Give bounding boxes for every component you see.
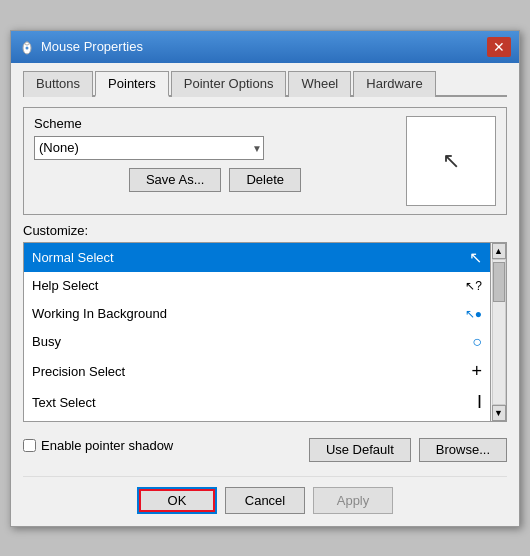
cursor-icon-precision: + bbox=[471, 361, 482, 382]
svg-point-2 bbox=[26, 46, 29, 49]
cursor-item-busy[interactable]: Busy ○ bbox=[24, 328, 490, 356]
scheme-section: Scheme (None) ▼ Save As... Delete ↖ bbox=[23, 107, 507, 215]
scroll-track[interactable] bbox=[492, 259, 506, 405]
tab-bar: Buttons Pointers Pointer Options Wheel H… bbox=[23, 71, 507, 97]
svg-rect-1 bbox=[25, 42, 29, 45]
cursor-item-help-select[interactable]: Help Select ↖? bbox=[24, 272, 490, 300]
cursor-item-normal-select[interactable]: Normal Select ↖ bbox=[24, 243, 490, 272]
cursor-list-scrollbar[interactable]: ▲ ▼ bbox=[491, 242, 507, 422]
cursor-item-label: Help Select bbox=[32, 278, 98, 293]
ok-button[interactable]: OK bbox=[137, 487, 217, 514]
save-as-button[interactable]: Save As... bbox=[129, 168, 222, 192]
cursor-item-label: Text Select bbox=[32, 395, 96, 410]
tab-buttons[interactable]: Buttons bbox=[23, 71, 93, 97]
tab-wheel[interactable]: Wheel bbox=[288, 71, 351, 97]
browse-button[interactable]: Browse... bbox=[419, 438, 507, 462]
cursor-icon-working: ↖● bbox=[465, 307, 482, 321]
enable-shadow-checkbox[interactable] bbox=[23, 439, 36, 452]
title-bar-left: Mouse Properties bbox=[19, 39, 143, 55]
tab-hardware[interactable]: Hardware bbox=[353, 71, 435, 97]
tab-pointer-options[interactable]: Pointer Options bbox=[171, 71, 287, 97]
cursor-item-label: Busy bbox=[32, 334, 61, 349]
scheme-select-wrapper: (None) ▼ bbox=[34, 136, 264, 160]
tab-pointers[interactable]: Pointers bbox=[95, 71, 169, 97]
cursor-list-wrapper: Normal Select ↖ Help Select ↖? Working I… bbox=[23, 242, 507, 422]
close-button[interactable]: ✕ bbox=[487, 37, 511, 57]
cursor-item-label: Precision Select bbox=[32, 364, 125, 379]
window-icon bbox=[19, 39, 35, 55]
scroll-up-button[interactable]: ▲ bbox=[492, 243, 506, 259]
cursor-item-text[interactable]: Text Select I bbox=[24, 387, 490, 418]
cursor-icon-help: ↖? bbox=[465, 279, 482, 293]
apply-button[interactable]: Apply bbox=[313, 487, 393, 514]
scheme-dropdown[interactable]: (None) bbox=[34, 136, 264, 160]
customize-label: Customize: bbox=[23, 223, 507, 238]
scheme-left: Scheme (None) ▼ Save As... Delete bbox=[34, 116, 396, 192]
cancel-button[interactable]: Cancel bbox=[225, 487, 305, 514]
cursor-icon-text: I bbox=[477, 392, 482, 413]
cursor-item-label: Working In Background bbox=[32, 306, 167, 321]
bottom-buttons: OK Cancel Apply bbox=[23, 476, 507, 514]
cursor-preview: ↖ bbox=[406, 116, 496, 206]
shadow-label: Enable pointer shadow bbox=[41, 438, 173, 453]
cursor-item-precision[interactable]: Precision Select + bbox=[24, 356, 490, 387]
window-content: Buttons Pointers Pointer Options Wheel H… bbox=[11, 63, 519, 526]
cursor-item-label: Normal Select bbox=[32, 250, 114, 265]
mouse-properties-window: Mouse Properties ✕ Buttons Pointers Poin… bbox=[10, 30, 520, 527]
shadow-buttons: Use Default Browse... bbox=[309, 438, 507, 462]
scroll-thumb[interactable] bbox=[493, 262, 505, 302]
title-bar: Mouse Properties ✕ bbox=[11, 31, 519, 63]
window-title: Mouse Properties bbox=[41, 39, 143, 54]
scheme-label: Scheme bbox=[34, 116, 396, 131]
delete-button[interactable]: Delete bbox=[229, 168, 301, 192]
scheme-buttons: Save As... Delete bbox=[34, 168, 396, 192]
scroll-down-button[interactable]: ▼ bbox=[492, 405, 506, 421]
cursor-icon-normal: ↖ bbox=[469, 248, 482, 267]
use-default-button[interactable]: Use Default bbox=[309, 438, 411, 462]
cursor-icon-busy: ○ bbox=[472, 333, 482, 351]
shadow-row: Enable pointer shadow bbox=[23, 438, 173, 453]
cursor-item-working-bg[interactable]: Working In Background ↖● bbox=[24, 300, 490, 328]
cursor-list[interactable]: Normal Select ↖ Help Select ↖? Working I… bbox=[23, 242, 491, 422]
